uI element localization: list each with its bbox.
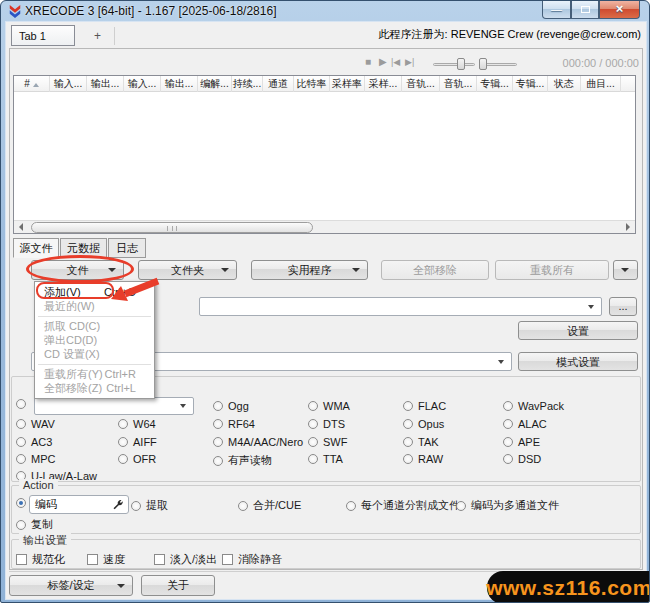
- column-header[interactable]: 采样...: [365, 76, 402, 92]
- column-header[interactable]: 通道: [263, 76, 294, 92]
- minimize-button[interactable]: —: [542, 1, 571, 19]
- scroll-left-icon[interactable]: [19, 223, 23, 231]
- checkbox-speed[interactable]: 速度: [87, 552, 125, 567]
- about-button[interactable]: 关于: [141, 575, 215, 596]
- tags-settings-button[interactable]: 标签/设定: [9, 575, 133, 596]
- encode-preset-combobox[interactable]: 编码: [29, 495, 129, 514]
- format-radio-ogg[interactable]: Ogg: [213, 400, 249, 412]
- format-radio-wma[interactable]: WMA: [308, 400, 350, 412]
- browse-button[interactable]: ...: [609, 297, 637, 316]
- utilities-button[interactable]: 实用程序: [251, 260, 368, 280]
- new-tab-button[interactable]: +: [81, 27, 115, 45]
- action-radio-merge[interactable]: 合并/CUE: [238, 498, 301, 513]
- output-settings-label: 输出设置: [19, 533, 71, 548]
- format-radio-rf64[interactable]: RF64: [213, 418, 255, 430]
- format-radio-wavpack[interactable]: WavPack: [503, 400, 564, 412]
- format-radio-w64[interactable]: W64: [118, 418, 156, 430]
- column-header[interactable]: 音轨...: [402, 76, 440, 92]
- column-header[interactable]: 专辑...: [477, 76, 513, 92]
- format-radio-wav[interactable]: WAV: [16, 418, 55, 430]
- column-header[interactable]: 输入...: [50, 76, 87, 92]
- column-header-index[interactable]: #: [14, 76, 50, 92]
- chevron-down-icon: [221, 268, 229, 272]
- volume-slider-thumb[interactable]: [479, 58, 487, 70]
- menu-item-remove-all[interactable]: 全部移除(Z) Ctrl+L: [35, 381, 154, 395]
- format-radio-ac3[interactable]: AC3: [16, 436, 52, 448]
- checkbox-fade[interactable]: 淡入/淡出: [154, 552, 217, 567]
- column-header[interactable]: 持续...: [232, 76, 263, 92]
- action-radio-multichannel[interactable]: 编码为多通道文件: [456, 498, 559, 513]
- folder-button[interactable]: 文件夹: [138, 260, 237, 280]
- window-title: XRECODE 3 [64-bit] - 1.167 [2025-06-18/2…: [25, 4, 276, 18]
- scrollbar-grip-icon: [167, 226, 177, 231]
- annotation-add-item-box: [36, 282, 114, 299]
- column-header[interactable]: 输入...: [124, 76, 161, 92]
- action-radio-extract[interactable]: 提取: [131, 498, 168, 513]
- column-header[interactable]: 专辑...: [513, 76, 548, 92]
- table-header: # 输入... 输出... 输入... 输出... 编解... 持续... 通道…: [14, 76, 635, 92]
- column-header[interactable]: 音轨...: [440, 76, 477, 92]
- checkbox-remove-silence[interactable]: 消除静音: [222, 552, 282, 567]
- chevron-down-icon: [588, 305, 594, 309]
- menu-item-cd-settings[interactable]: CD 设置(X): [35, 347, 154, 361]
- stop-button[interactable]: ■: [365, 56, 371, 68]
- previous-button[interactable]: |◀: [391, 56, 400, 68]
- seek-slider[interactable]: [433, 63, 475, 66]
- format-radio-swf[interactable]: SWF: [308, 436, 347, 448]
- menu-item-grab-cd[interactable]: 抓取 CD(C): [35, 319, 154, 333]
- format-radio-dts[interactable]: DTS: [308, 418, 345, 430]
- tab-log[interactable]: 日志: [108, 238, 146, 258]
- column-header[interactable]: 比特率: [294, 76, 330, 92]
- format-radio-audiobook[interactable]: 有声读物: [213, 453, 272, 468]
- wrench-icon: [112, 499, 124, 511]
- column-header[interactable]: 曲目...: [581, 76, 621, 92]
- format-radio-ofr[interactable]: OFR: [118, 453, 156, 465]
- format-radio-tak[interactable]: TAK: [403, 436, 439, 448]
- action-radio-split-channels[interactable]: 每个通道分割成文件: [346, 498, 460, 513]
- column-header[interactable]: 状态: [548, 76, 581, 92]
- minimize-icon: —: [551, 3, 562, 15]
- remove-all-button[interactable]: 全部移除: [381, 260, 489, 280]
- format-radio-ape[interactable]: APE: [503, 436, 540, 448]
- tab-source-files[interactable]: 源文件: [13, 238, 59, 258]
- more-options-button[interactable]: [613, 260, 638, 280]
- seek-slider-thumb[interactable]: [457, 58, 465, 70]
- app-logo-icon: [8, 4, 22, 18]
- format-radio-alac[interactable]: ALAC: [503, 418, 547, 430]
- format-radio-m4a[interactable]: M4A/AAC/Nero: [213, 436, 303, 448]
- action-radio-copy[interactable]: 复制: [16, 517, 53, 532]
- checkbox-normalize[interactable]: 规范化: [16, 552, 65, 567]
- column-header[interactable]: 输出...: [87, 76, 124, 92]
- horizontal-scrollbar[interactable]: [14, 220, 635, 233]
- mode-settings-button[interactable]: 模式设置: [518, 352, 638, 371]
- format-radio-opus[interactable]: Opus: [403, 418, 444, 430]
- column-header[interactable]: 编解...: [198, 76, 232, 92]
- format-radio-mp3[interactable]: [16, 399, 31, 409]
- format-radio-dsd[interactable]: DSD: [503, 453, 541, 465]
- annotation-file-button-oval: [26, 255, 134, 283]
- next-button[interactable]: ▶|: [405, 56, 414, 68]
- tab-1[interactable]: Tab 1: [11, 25, 75, 46]
- scrollbar-thumb[interactable]: [31, 222, 313, 233]
- close-button[interactable]: ×: [599, 1, 640, 19]
- scroll-right-icon[interactable]: [626, 223, 630, 231]
- column-header[interactable]: 输出...: [161, 76, 198, 92]
- format-radio-mpc[interactable]: MPC: [16, 453, 55, 465]
- format-radio-flac[interactable]: FLAC: [403, 400, 446, 412]
- format-radio-tta[interactable]: TTA: [308, 453, 343, 465]
- menu-item-eject-cd[interactable]: 弹出CD(D): [35, 333, 154, 347]
- output-path-combobox[interactable]: [199, 297, 602, 316]
- menu-item-reload-all[interactable]: 重载所有(Y) Ctrl+R: [35, 367, 154, 381]
- column-header[interactable]: 采样率: [330, 76, 365, 92]
- format-radio-raw[interactable]: RAW: [403, 453, 443, 465]
- format-radio-aiff[interactable]: AIFF: [118, 436, 157, 448]
- column-header-filler: [621, 76, 635, 92]
- title-bar: XRECODE 3 [64-bit] - 1.167 [2025-06-18/2…: [1, 1, 649, 21]
- play-button[interactable]: ▶: [379, 56, 387, 68]
- chevron-down-icon: [621, 268, 629, 272]
- reload-all-button[interactable]: 重载所有: [495, 260, 609, 280]
- menu-item-recent[interactable]: 最近的(W): [35, 299, 154, 313]
- maximize-button[interactable]: [571, 1, 599, 19]
- settings-button[interactable]: 设置: [518, 321, 638, 340]
- mp3-preset-combobox[interactable]: [34, 397, 194, 415]
